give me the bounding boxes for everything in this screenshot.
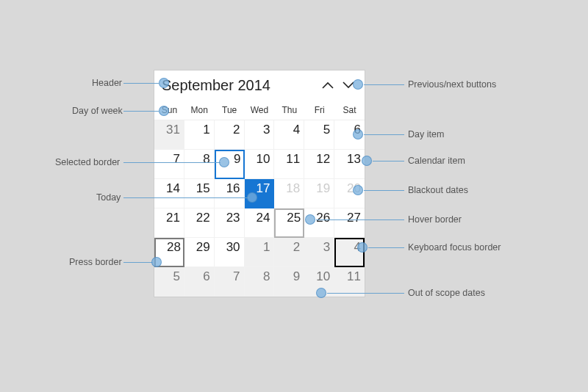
day-cell[interactable]: 11 xyxy=(274,150,304,179)
callout-line xyxy=(364,84,404,85)
day-cell[interactable]: 24 xyxy=(245,208,275,238)
day-cell[interactable]: 18 xyxy=(274,179,304,208)
day-cell[interactable]: 3 xyxy=(304,238,334,267)
day-cell[interactable]: 26 xyxy=(304,208,334,238)
callout-focus: Keyboard focus border xyxy=(408,242,501,253)
day-cell[interactable]: 7 xyxy=(154,150,184,179)
day-cell[interactable]: 27 xyxy=(334,208,365,238)
day-cell[interactable]: 20 xyxy=(334,179,365,208)
day-cell[interactable]: 12 xyxy=(304,150,334,179)
callout-line xyxy=(368,247,404,248)
callout-dow: Day of week xyxy=(72,106,123,116)
day-cell[interactable]: 11 xyxy=(334,267,365,297)
day-cell[interactable]: 19 xyxy=(304,179,334,208)
callout-hover: Hover border xyxy=(408,214,462,225)
day-cell[interactable]: 4 xyxy=(334,238,365,267)
day-cell[interactable]: 14 xyxy=(154,179,184,208)
day-cell[interactable]: 6 xyxy=(334,120,365,150)
dow-sat: Sat xyxy=(334,100,365,120)
dow-sun: Sun xyxy=(154,100,184,120)
day-cell[interactable]: 31 xyxy=(154,120,184,150)
calendar-header: September 2014 xyxy=(154,70,365,100)
day-cell[interactable]: 30 xyxy=(215,238,245,267)
day-cell[interactable]: 25 xyxy=(274,208,304,238)
callout-today: Today xyxy=(96,192,121,203)
callout-header: Header xyxy=(92,78,122,88)
day-cell[interactable]: 23 xyxy=(215,208,245,238)
dow-tue: Tue xyxy=(215,100,245,120)
day-cell[interactable]: 3 xyxy=(245,120,275,150)
callout-oos: Out of scope dates xyxy=(408,288,485,298)
day-cell[interactable]: 13 xyxy=(334,150,365,179)
dow-thu: Thu xyxy=(274,100,304,120)
prev-button[interactable] xyxy=(318,75,338,95)
day-cell[interactable]: 15 xyxy=(184,179,215,208)
day-cell[interactable]: 1 xyxy=(245,238,275,267)
day-cell[interactable]: 4 xyxy=(274,120,304,150)
callout-prevnext: Previous/next buttons xyxy=(408,79,496,90)
day-of-week-row: SunMonTueWedThuFriSat xyxy=(154,100,365,120)
day-cell[interactable]: 5 xyxy=(304,120,334,150)
day-cell[interactable]: 10 xyxy=(245,150,275,179)
day-cell[interactable]: 2 xyxy=(215,120,245,150)
day-cell[interactable]: 29 xyxy=(184,238,215,267)
calendar-grid: 3112345678910111213141516171819202122232… xyxy=(154,120,365,297)
callout-line xyxy=(123,262,153,263)
dow-mon: Mon xyxy=(184,100,215,120)
day-cell[interactable]: 8 xyxy=(245,267,275,297)
day-cell[interactable]: 17 xyxy=(245,179,275,208)
callout-line xyxy=(364,190,404,191)
callout-selected: Selected border xyxy=(55,157,120,167)
callout-calitem: Calendar item xyxy=(408,156,465,166)
day-cell[interactable]: 9 xyxy=(274,267,304,297)
day-cell[interactable]: 5 xyxy=(154,267,184,297)
day-cell[interactable]: 21 xyxy=(154,208,184,238)
day-cell[interactable]: 9 xyxy=(215,150,245,179)
day-cell[interactable]: 16 xyxy=(215,179,245,208)
day-cell[interactable]: 28 xyxy=(154,238,184,267)
callout-blackout: Blackout dates xyxy=(408,185,468,195)
callout-dayitem: Day item xyxy=(408,129,444,139)
day-cell[interactable]: 7 xyxy=(215,267,245,297)
day-cell[interactable]: 6 xyxy=(184,267,215,297)
callout-line xyxy=(364,134,404,135)
callout-press: Press border xyxy=(69,257,122,267)
header-title[interactable]: September 2014 xyxy=(162,77,318,94)
next-button[interactable] xyxy=(338,75,359,95)
day-cell[interactable]: 22 xyxy=(184,208,215,238)
day-cell[interactable]: 8 xyxy=(184,150,215,179)
dow-fri: Fri xyxy=(304,100,334,120)
day-cell[interactable]: 10 xyxy=(304,267,334,297)
calendar-view: September 2014 SunMonTueWedThuFriSat 311… xyxy=(154,70,365,297)
callout-line xyxy=(373,161,404,161)
dow-wed: Wed xyxy=(245,100,275,120)
day-cell[interactable]: 1 xyxy=(184,120,215,150)
day-cell[interactable]: 2 xyxy=(274,238,304,267)
